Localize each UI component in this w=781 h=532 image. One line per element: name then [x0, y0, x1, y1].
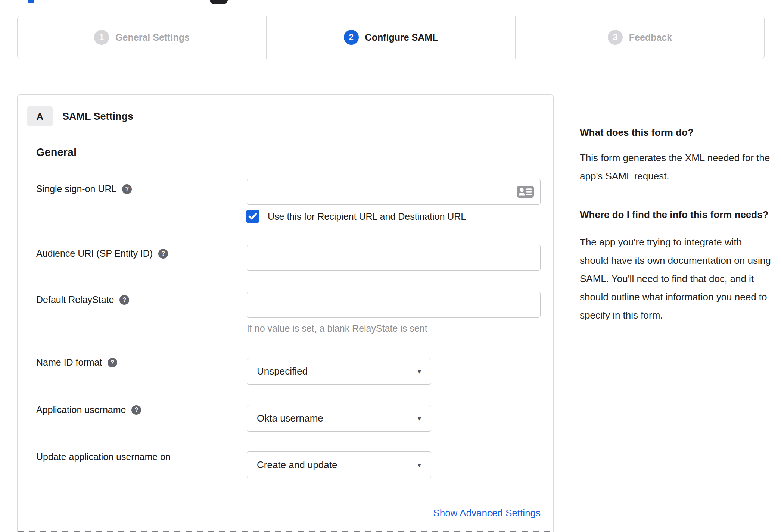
application-username-value: Okta username — [257, 413, 323, 424]
update-app-username-label: Update application username on — [36, 451, 171, 462]
sidebar-heading-where: Where do I find the info this form needs… — [580, 206, 772, 223]
contact-card-icon — [517, 186, 534, 198]
application-username-label: Application username ? — [36, 404, 141, 415]
step-feedback[interactable]: 3 Feedback — [515, 16, 764, 59]
cutoff-title-descender — [210, 0, 228, 4]
sidebar-paragraph-where: The app you're trying to integrate with … — [580, 233, 772, 325]
sso-url-input[interactable] — [247, 179, 541, 205]
sidebar-heading-what: What does this form do? — [580, 124, 772, 141]
use-for-recipient-label: Use this for Recipient URL and Destinati… — [268, 211, 466, 222]
help-icon[interactable]: ? — [131, 405, 141, 415]
audience-uri-input[interactable] — [247, 245, 541, 271]
step-1-circle: 1 — [94, 30, 109, 45]
help-icon[interactable]: ? — [158, 249, 168, 259]
relaystate-hint: If no value is set, a blank RelayState i… — [247, 323, 427, 334]
step-2-label: Configure SAML — [365, 32, 438, 43]
help-sidebar: What does this form do? This form genera… — [580, 124, 772, 325]
audience-uri-label: Audience URI (SP Entity ID) ? — [36, 248, 168, 259]
wizard-stepper: 1 General Settings 2 Configure SAML 3 Fe… — [17, 16, 765, 59]
sidebar-paragraph-what: This form generates the XML needed for t… — [580, 149, 772, 185]
show-advanced-settings-link[interactable]: Show Advanced Settings — [247, 507, 541, 519]
chevron-down-icon: ▾ — [417, 414, 421, 423]
step-general-settings[interactable]: 1 General Settings — [18, 16, 266, 59]
update-app-username-value: Create and update — [257, 459, 337, 471]
section-title: SAML Settings — [62, 106, 133, 126]
name-id-format-value: Unspecified — [257, 366, 308, 377]
step-3-label: Feedback — [629, 32, 672, 43]
sso-url-label: Single sign-on URL ? — [36, 184, 132, 194]
help-icon[interactable]: ? — [108, 358, 117, 367]
step-configure-saml[interactable]: 2 Configure SAML — [266, 16, 515, 59]
step-3-circle: 3 — [608, 30, 623, 45]
cutoff-logo-fragment — [28, 0, 34, 3]
section-a-badge: A — [27, 106, 53, 126]
application-username-select[interactable]: Okta username ▾ — [247, 405, 431, 432]
name-id-format-select[interactable]: Unspecified ▾ — [247, 358, 431, 385]
help-icon[interactable]: ? — [119, 295, 129, 305]
general-heading: General — [36, 146, 77, 159]
chevron-down-icon: ▾ — [417, 461, 421, 469]
step-1-label: General Settings — [115, 32, 190, 43]
help-icon[interactable]: ? — [122, 184, 132, 194]
update-app-username-select[interactable]: Create and update ▾ — [247, 451, 431, 478]
default-relaystate-input[interactable] — [247, 292, 541, 318]
default-relaystate-label: Default RelayState ? — [36, 294, 129, 305]
name-id-format-label: Name ID format ? — [36, 357, 117, 368]
step-2-circle: 2 — [344, 30, 359, 45]
chevron-down-icon: ▾ — [417, 367, 421, 376]
saml-settings-panel: A SAML Settings General Single sign-on U… — [17, 94, 554, 532]
use-for-recipient-checkbox[interactable] — [246, 210, 259, 223]
